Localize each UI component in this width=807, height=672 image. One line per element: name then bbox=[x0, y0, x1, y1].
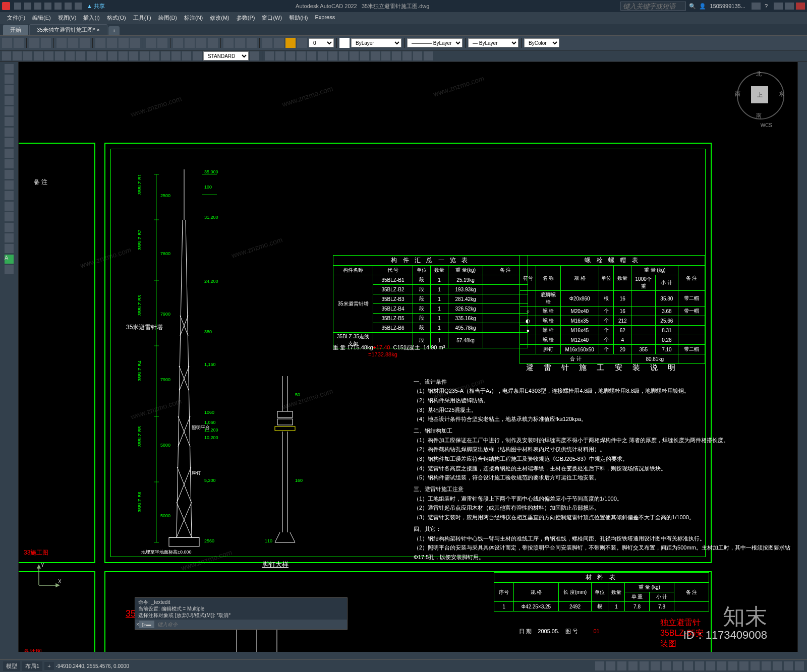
tool-sun-icon[interactable] bbox=[285, 38, 296, 48]
dim-angular-icon[interactable] bbox=[66, 51, 75, 60]
tool-save-icon[interactable] bbox=[29, 38, 39, 48]
status-custom-icon[interactable] bbox=[795, 661, 804, 670]
mod-extend-icon[interactable] bbox=[371, 51, 380, 60]
dim-jogged-icon[interactable] bbox=[161, 51, 170, 60]
qat-open-icon[interactable] bbox=[24, 3, 31, 10]
mod-break-icon[interactable] bbox=[381, 51, 390, 60]
menu-format[interactable]: 格式(O) bbox=[104, 13, 129, 23]
help-search-input[interactable] bbox=[620, 2, 686, 11]
maximize-button[interactable] bbox=[785, 3, 794, 10]
dim-update-icon[interactable] bbox=[193, 51, 202, 60]
mod-rotate-icon[interactable] bbox=[328, 51, 337, 60]
dim-quick-icon[interactable] bbox=[76, 51, 85, 60]
tool-plot-icon[interactable] bbox=[41, 38, 51, 48]
plotstyle-dropdown[interactable]: ByColor bbox=[524, 38, 559, 47]
status-workspace-icon[interactable] bbox=[706, 661, 715, 670]
dim-style-icon[interactable] bbox=[250, 51, 259, 60]
qat-save-icon[interactable] bbox=[34, 3, 41, 10]
qat-redo-icon[interactable] bbox=[75, 3, 82, 10]
minimize-button[interactable] bbox=[774, 3, 783, 10]
mod-array-icon[interactable] bbox=[307, 51, 316, 60]
command-prompt-icon[interactable]: ▷▬ bbox=[139, 621, 154, 628]
drawing-canvas[interactable]: www.znzmo.com www.znzmo.com www.znzmo.co… bbox=[19, 62, 797, 652]
menu-draw[interactable]: 绘图(D) bbox=[155, 13, 180, 23]
tool-measure-icon[interactable] bbox=[223, 38, 234, 48]
dim-diameter-icon[interactable] bbox=[55, 51, 64, 60]
dim-break-icon[interactable] bbox=[119, 51, 128, 60]
mod-mirror-icon[interactable] bbox=[286, 51, 295, 60]
status-isolate-icon[interactable] bbox=[762, 661, 771, 670]
status-clean-icon[interactable] bbox=[784, 661, 793, 670]
tab-add-layout[interactable]: + bbox=[44, 662, 53, 670]
status-lock-icon[interactable] bbox=[751, 661, 760, 670]
menu-express[interactable]: Express bbox=[312, 13, 338, 23]
mod-stretch-icon[interactable] bbox=[350, 51, 359, 60]
mod-fillet-icon[interactable] bbox=[413, 51, 422, 60]
mod-join-icon[interactable] bbox=[392, 51, 401, 60]
dim-textedit-icon[interactable] bbox=[182, 51, 191, 60]
viewcube-north[interactable]: 北 bbox=[756, 70, 762, 78]
draw-hatch-icon[interactable] bbox=[5, 212, 14, 221]
dim-arc-icon[interactable] bbox=[23, 51, 32, 60]
qat-saveas-icon[interactable] bbox=[44, 3, 51, 10]
tool-block-icon[interactable] bbox=[107, 38, 117, 48]
dim-ordinate-icon[interactable] bbox=[34, 51, 43, 60]
user-label[interactable]: 1505999135... bbox=[710, 3, 745, 9]
tool-pan-icon[interactable] bbox=[146, 38, 156, 48]
help-icon[interactable]: ? bbox=[765, 3, 768, 9]
dim-inspect-icon[interactable] bbox=[150, 51, 159, 60]
status-quickprop-icon[interactable] bbox=[739, 661, 748, 670]
dim-tolerance-icon[interactable] bbox=[129, 51, 138, 60]
tab-new[interactable]: + bbox=[108, 26, 120, 35]
tool-cut-icon[interactable] bbox=[56, 38, 67, 48]
tool-undo-icon[interactable] bbox=[119, 38, 129, 48]
layer-dropdown[interactable]: ByLayer bbox=[351, 38, 401, 47]
lineweight-dropdown[interactable]: — ByLayer bbox=[468, 38, 518, 47]
draw-ellipsearc-icon[interactable] bbox=[5, 170, 14, 179]
draw-mtext-icon[interactable]: A bbox=[5, 255, 14, 264]
viewcube-south[interactable]: 南 bbox=[756, 112, 762, 119]
status-snap-icon[interactable] bbox=[606, 661, 615, 670]
draw-spline-icon[interactable] bbox=[5, 149, 14, 158]
draw-rectangle-icon[interactable] bbox=[5, 106, 14, 115]
qat-new-icon[interactable] bbox=[14, 3, 21, 10]
mod-copy-icon[interactable] bbox=[275, 51, 284, 60]
dimstyle-dropdown[interactable]: STANDARD bbox=[203, 51, 249, 60]
status-ortho-icon[interactable] bbox=[617, 661, 626, 670]
draw-gradient-icon[interactable] bbox=[5, 223, 14, 232]
status-units-icon[interactable] bbox=[728, 661, 737, 670]
status-osnap-icon[interactable] bbox=[640, 661, 649, 670]
right-panel-collapsed[interactable] bbox=[797, 62, 807, 652]
draw-ellipse-icon[interactable] bbox=[5, 159, 14, 168]
status-cycling-icon[interactable] bbox=[684, 661, 693, 670]
tool-prop-icon[interactable] bbox=[173, 38, 183, 48]
tool-tool-icon[interactable] bbox=[196, 38, 206, 48]
close-button[interactable] bbox=[796, 3, 805, 10]
dim-continue-icon[interactable] bbox=[97, 51, 106, 60]
mod-move-icon[interactable] bbox=[318, 51, 327, 60]
tool-match-icon[interactable] bbox=[95, 38, 105, 48]
menu-parametric[interactable]: 参数(P) bbox=[234, 13, 258, 23]
linetype-dropdown[interactable]: ———— ByLayer bbox=[407, 38, 463, 47]
status-hardware-icon[interactable] bbox=[773, 661, 782, 670]
tool-zoom-icon[interactable] bbox=[157, 38, 167, 48]
qat-plot-icon[interactable] bbox=[54, 3, 62, 10]
tool-open-icon[interactable] bbox=[14, 38, 24, 48]
tool-layeriso-icon[interactable] bbox=[247, 38, 257, 48]
status-grid-icon[interactable] bbox=[595, 661, 604, 670]
draw-circle-icon[interactable] bbox=[5, 128, 14, 137]
dim-linear-icon[interactable] bbox=[2, 51, 11, 60]
menu-modify[interactable]: 修改(M) bbox=[207, 13, 233, 23]
viewcube-top[interactable]: 上 bbox=[751, 86, 768, 103]
draw-revcloud-icon[interactable] bbox=[5, 138, 14, 147]
menu-dimension[interactable]: 标注(N) bbox=[181, 13, 206, 23]
tool-paste-icon[interactable] bbox=[80, 38, 90, 48]
tool-layer-icon[interactable] bbox=[235, 38, 245, 48]
dim-edit-icon[interactable] bbox=[171, 51, 181, 60]
tool-design-icon[interactable] bbox=[185, 38, 195, 48]
menu-edit[interactable]: 编辑(E) bbox=[29, 13, 54, 23]
status-lwt-icon[interactable] bbox=[662, 661, 671, 670]
dim-aligned-icon[interactable] bbox=[13, 51, 22, 60]
dim-center-icon[interactable] bbox=[140, 51, 149, 60]
draw-polygon-icon[interactable] bbox=[5, 96, 14, 105]
